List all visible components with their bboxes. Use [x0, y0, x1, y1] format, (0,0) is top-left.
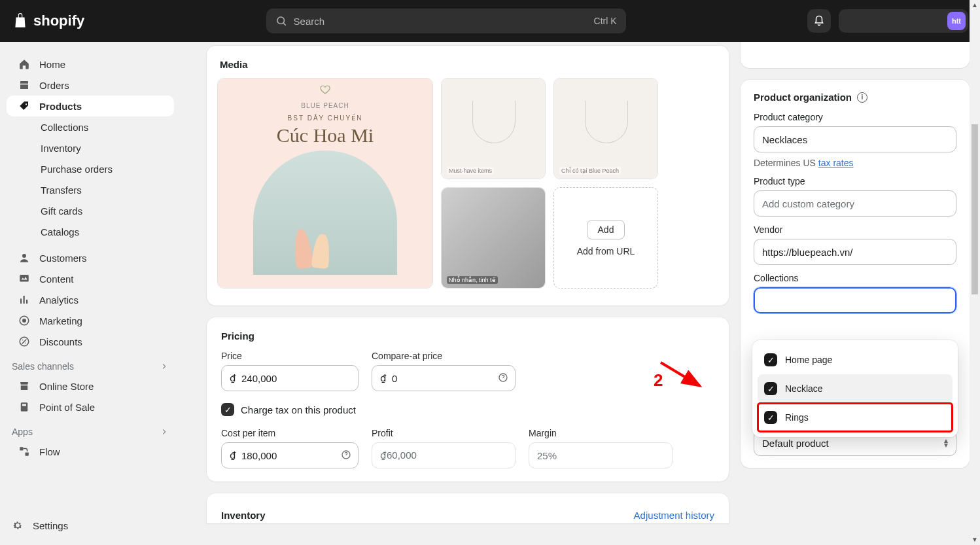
main-content: Media BLUE PEACH BST DÂY CHUYỀN Cúc Hoa …	[181, 42, 980, 545]
price-label: Price	[221, 351, 359, 361]
collections-label: Collections	[754, 273, 956, 283]
collection-option-home-page[interactable]: ✓ Home page	[758, 345, 953, 374]
notifications-button[interactable]	[807, 9, 831, 33]
scroll-down-icon[interactable]: ▼	[970, 535, 980, 545]
compare-input[interactable]: ₫ 0	[372, 365, 516, 391]
price-value: 240,000	[241, 373, 277, 384]
compare-label: Compare-at price	[372, 351, 516, 361]
collections-input[interactable]	[754, 287, 956, 313]
charge-tax-label: Charge tax on this product	[241, 404, 356, 415]
sidebar-item-customers[interactable]: Customers	[7, 247, 174, 268]
avatar: htt	[947, 12, 966, 30]
nav-label: Discounts	[39, 336, 82, 347]
sidebar-sub-purchase-orders[interactable]: Purchase orders	[7, 158, 174, 179]
type-label: Product type	[754, 176, 956, 186]
svg-point-0	[277, 17, 285, 24]
add-media-button[interactable]: Add	[587, 220, 625, 239]
media-tile-2[interactable]: Must-have items	[441, 78, 546, 179]
inventory-card: Inventory Adjustment history	[207, 493, 729, 523]
svg-rect-7	[21, 402, 28, 412]
shopify-logo[interactable]: shopify	[12, 12, 84, 29]
margin-display: 25%	[529, 442, 673, 468]
sidebar-heading-sales-channels[interactable]: Sales channels	[0, 352, 181, 376]
sidebar-sub-transfers[interactable]: Transfers	[7, 179, 174, 200]
sidebar-item-orders[interactable]: Orders	[7, 75, 174, 96]
profit-value: ₫60,000	[380, 449, 417, 461]
svg-point-2	[22, 254, 26, 258]
vendor-label: Vendor	[754, 224, 956, 235]
scrollbar-thumb[interactable]	[971, 124, 978, 294]
inventory-title: Inventory	[221, 510, 266, 521]
chevron-right-icon	[160, 427, 169, 436]
profit-display: ₫60,000	[372, 442, 516, 468]
media-add-tile[interactable]: Add Add from URL	[553, 187, 658, 289]
nav-label: Analytics	[39, 294, 79, 306]
sidebar-item-online-store[interactable]: Online Store	[7, 376, 174, 396]
help-icon[interactable]	[341, 449, 351, 462]
add-media-from-url[interactable]: Add from URL	[577, 246, 635, 256]
nav-label: Point of Sale	[39, 402, 95, 413]
gear-icon	[12, 519, 24, 531]
theme-value: Default product	[762, 438, 829, 449]
vendor-input[interactable]: https://bluepeach.vn/	[754, 239, 956, 265]
type-input[interactable]: Add custom category	[754, 190, 956, 217]
sidebar-item-content[interactable]: Content	[7, 268, 174, 289]
svg-line-14	[661, 362, 700, 386]
product-organization-card: Product organization i Product category …	[741, 80, 970, 468]
sidebar-sub-gift-cards[interactable]: Gift cards	[7, 200, 174, 221]
media-tile-1[interactable]: BLUE PEACH BST DÂY CHUYỀN Cúc Hoa Mi	[217, 78, 433, 289]
sidebar-item-flow[interactable]: Flow	[7, 441, 174, 462]
charge-tax-checkbox[interactable]: ✓	[221, 403, 234, 416]
checkbox-icon: ✓	[764, 353, 777, 366]
sidebar-item-marketing[interactable]: Marketing	[7, 310, 174, 331]
adjustment-history-link[interactable]: Adjustment history	[634, 510, 714, 521]
pos-icon	[18, 401, 30, 413]
price-input[interactable]: ₫ 240,000	[221, 365, 359, 391]
nav-label: Customers	[39, 253, 87, 264]
collection-option-necklace[interactable]: ✓ Necklace	[758, 374, 953, 403]
cost-label: Cost per item	[221, 428, 359, 438]
sidebar-item-settings[interactable]: Settings	[0, 512, 181, 538]
scroll-up-icon[interactable]: ▲	[970, 0, 980, 10]
nav-label: Online Store	[39, 381, 94, 392]
sidebar-item-pos[interactable]: Point of Sale	[7, 396, 174, 417]
orders-icon	[18, 79, 30, 91]
category-label: Product category	[754, 112, 956, 122]
media-tile-4[interactable]: Nhỏ nhắn, tinh tế	[441, 187, 546, 289]
cost-input[interactable]: ₫ 180,000	[221, 442, 359, 468]
cost-value: 180,000	[241, 450, 277, 461]
currency-prefix: ₫	[230, 449, 236, 461]
category-input[interactable]: Necklaces	[754, 126, 956, 152]
sidebar-sub-inventory[interactable]: Inventory	[7, 137, 174, 158]
topbar-right: htt	[807, 9, 968, 33]
option-label: Rings	[785, 412, 809, 423]
category-helper: Determines US tax rates	[754, 158, 956, 168]
collection-option-rings[interactable]: ✓ Rings	[758, 403, 953, 432]
currency-prefix: ₫	[380, 372, 387, 384]
margin-label: Margin	[529, 428, 673, 438]
profile-chip[interactable]: htt	[839, 9, 968, 33]
info-icon[interactable]: i	[857, 92, 867, 103]
page-scrollbar[interactable]: ▲ ▼	[970, 0, 980, 545]
products-icon	[18, 100, 30, 112]
tax-rates-link[interactable]: tax rates	[818, 158, 854, 168]
sidebar-item-products[interactable]: Products	[7, 96, 174, 116]
shopify-bag-icon	[12, 12, 29, 29]
sidebar-sub-catalogs[interactable]: Catalogs	[7, 221, 174, 242]
customers-icon	[18, 252, 30, 264]
margin-value: 25%	[537, 450, 557, 461]
content-icon	[18, 273, 30, 285]
nav-label: Marketing	[39, 315, 82, 326]
bell-icon	[813, 15, 825, 27]
sidebar-heading-apps[interactable]: Apps	[0, 417, 181, 441]
sidebar-item-discounts[interactable]: Discounts	[7, 331, 174, 352]
pricing-card: Pricing Price ₫ 240,000 Compare-at price…	[207, 317, 729, 482]
media-title: Media	[220, 59, 716, 70]
marketing-icon	[18, 315, 30, 326]
global-search[interactable]: Search Ctrl K	[266, 9, 626, 33]
help-icon[interactable]	[498, 372, 508, 385]
media-tile-3[interactable]: Chỉ có tại Blue Peach	[553, 78, 658, 179]
sidebar-sub-collections[interactable]: Collections	[7, 116, 174, 137]
sidebar-item-analytics[interactable]: Analytics	[7, 289, 174, 310]
sidebar-item-home[interactable]: Home	[7, 54, 174, 75]
